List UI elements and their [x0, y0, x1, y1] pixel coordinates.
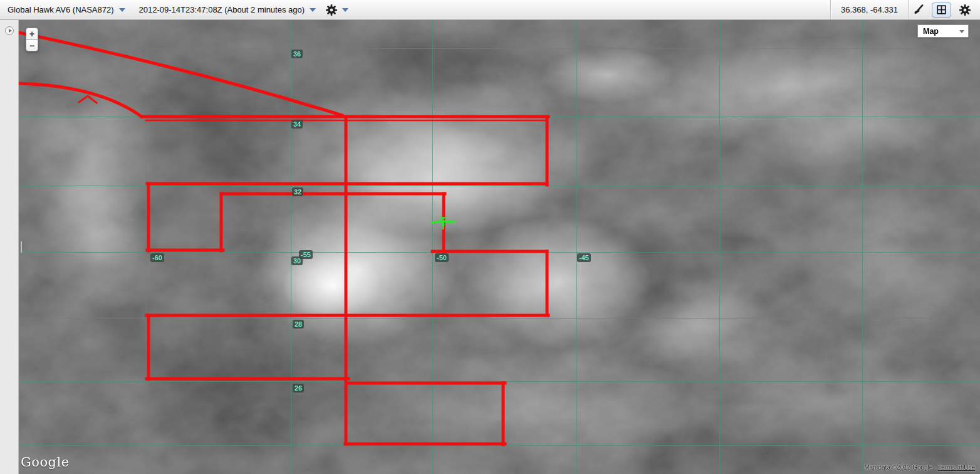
graticule-meridian — [291, 20, 291, 474]
timestamp-selector-label: 2012-09-14T23:47:08Z (About 2 minutes ag… — [139, 5, 305, 14]
graticule-label: 32 — [292, 187, 303, 196]
google-logo[interactable]: Google — [21, 455, 70, 470]
cloud-texture — [19, 20, 980, 474]
aircraft-selector[interactable]: Global Hawk AV6 (NASA872) — [8, 5, 125, 14]
chevron-down-icon — [119, 8, 125, 12]
aircraft-wings — [430, 221, 456, 223]
graticule-label: 28 — [293, 320, 304, 329]
cursor-coordinates: 36.368, -64.331 — [831, 5, 908, 14]
grid-layout-icon — [937, 5, 946, 14]
aircraft-marker — [424, 204, 462, 241]
chevron-down-icon — [959, 30, 964, 33]
graticule-label: -45 — [577, 253, 591, 262]
map-attribution: Map data ©2012 Google - Terms of Use — [864, 464, 975, 471]
graticule-meridian — [862, 20, 863, 474]
flight-track-segment — [19, 83, 142, 117]
zoom-in-button[interactable]: + — [26, 28, 38, 40]
graticule-parallel — [19, 117, 980, 117]
flight-track — [19, 20, 980, 474]
graticule-parallel — [19, 48, 980, 49]
expand-panel-icon — [9, 29, 12, 33]
graticule-label: -60 — [150, 253, 164, 262]
graticule-parallel — [19, 252, 980, 253]
expand-panel-button[interactable] — [5, 26, 14, 35]
graticule-parallel — [19, 381, 980, 382]
aircraft-selector-label: Global Hawk AV6 (NASA872) — [8, 5, 114, 14]
graticule-label: -55 — [299, 250, 313, 259]
graticule-meridian — [146, 20, 147, 474]
zoom-control: + − — [26, 28, 38, 51]
chevron-down-icon — [310, 8, 316, 12]
map-type-value: Map — [923, 27, 939, 36]
chevron-down-icon — [342, 8, 348, 12]
map-canvas[interactable]: + − Map Google Map data ©2012 Google - T… — [19, 20, 980, 474]
flight-track-segment — [79, 96, 96, 103]
graticule-meridian — [719, 20, 720, 474]
graticule-parallel — [19, 186, 980, 186]
gear-icon — [959, 4, 971, 16]
graticule-label: 26 — [293, 384, 304, 392]
attribution-text: Map data ©2012 Google - — [864, 464, 938, 471]
zoom-out-button[interactable]: − — [26, 40, 38, 51]
gear-icon — [326, 4, 337, 16]
graticule-label: -50 — [435, 253, 449, 262]
timestamp-selector[interactable]: 2012-09-14T23:47:08Z (About 2 minutes ag… — [139, 5, 316, 14]
top-toolbar: Global Hawk AV6 (NASA872) 2012-09-14T23:… — [0, 0, 980, 20]
layout-grid-button[interactable] — [932, 3, 951, 18]
map-type-dropdown[interactable]: Map — [917, 24, 969, 38]
graticule-meridian — [432, 20, 433, 474]
graticule-label: 30 — [291, 256, 303, 265]
aircraft-body — [442, 222, 445, 227]
graticule-parallel — [19, 318, 980, 319]
settings-menu-button[interactable] — [326, 4, 348, 16]
left-sidebar — [0, 20, 19, 474]
paintbrush-icon — [913, 4, 924, 15]
graticule-meridian — [576, 20, 577, 474]
draw-tool-button[interactable] — [909, 3, 928, 18]
flight-track-segment — [19, 33, 342, 115]
settings-button[interactable] — [955, 3, 975, 18]
graticule-label: 36 — [291, 50, 303, 58]
graticule-parallel — [19, 445, 980, 446]
graticule-label: 34 — [291, 120, 303, 129]
map-edge-tick — [21, 241, 22, 253]
terms-of-use-link[interactable]: Terms of Use — [938, 464, 975, 471]
